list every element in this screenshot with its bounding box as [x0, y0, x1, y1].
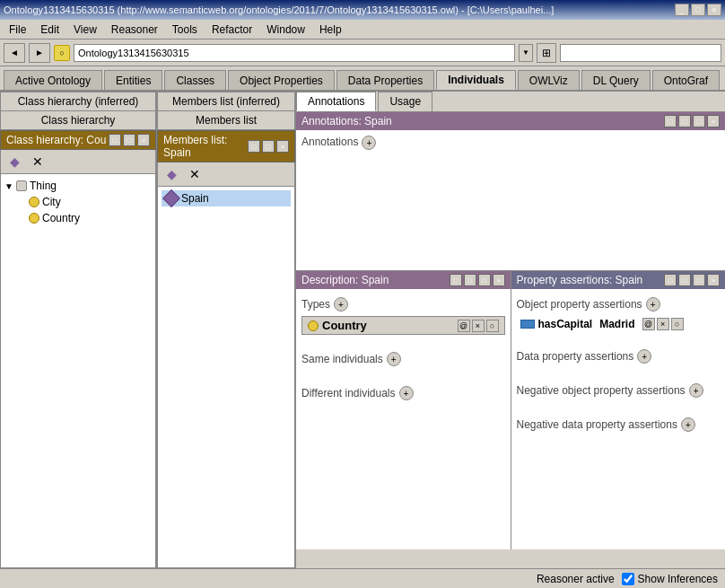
members-icon-close[interactable]: ×: [276, 140, 289, 153]
menu-refactor[interactable]: Refactor: [205, 22, 259, 38]
tab-usage[interactable]: Usage: [378, 92, 432, 111]
member-item-spain[interactable]: Spain: [162, 190, 291, 206]
type-at-icon[interactable]: @: [458, 320, 470, 332]
forward-button[interactable]: ►: [29, 43, 50, 63]
data-property-row: Data property assertions +: [517, 347, 721, 366]
reasoner-active-label: Reasoner active: [537, 573, 615, 585]
prop-icon-1[interactable]: □: [664, 274, 677, 286]
close-button[interactable]: ×: [707, 4, 721, 16]
prop-icon-2[interactable]: □: [678, 274, 691, 286]
address-input[interactable]: [74, 44, 515, 62]
desc-icon-3[interactable]: □: [478, 274, 491, 286]
diamond-icon[interactable]: ◆: [4, 152, 24, 171]
add-same-individual-button[interactable]: +: [387, 352, 401, 366]
members-icon-1[interactable]: □: [248, 140, 260, 153]
tree-children: City Country: [4, 194, 152, 226]
menu-tools[interactable]: Tools: [165, 22, 205, 38]
add-annotation-button[interactable]: +: [362, 136, 376, 150]
neg-data-property-row: Negative data property assertions +: [517, 415, 721, 434]
tab-classes[interactable]: Classes: [164, 70, 226, 90]
add-object-property-button[interactable]: +: [646, 297, 660, 312]
members-icon-2[interactable]: □: [262, 140, 275, 153]
types-row: Types +: [301, 294, 505, 314]
different-individuals-row: Different individuals +: [301, 383, 505, 403]
tab-ontograf[interactable]: OntoGraf: [652, 70, 720, 90]
ann-icon-close[interactable]: ×: [707, 115, 720, 127]
main-content: Class hierarchy (inferred) Class hierarc…: [0, 92, 725, 568]
tab-dl-query[interactable]: DL Query: [581, 70, 651, 90]
prop-name-label: hasCapital: [538, 318, 593, 330]
types-label: Types: [301, 298, 330, 311]
tab-object-properties[interactable]: Object Properties: [228, 70, 335, 90]
tab-owlviz[interactable]: OWLViz: [518, 70, 580, 90]
left-panel: Class hierarchy (inferred) Class hierarc…: [0, 92, 157, 568]
members-diamond-icon[interactable]: ◆: [162, 164, 181, 184]
prop-circle-icon[interactable]: ○: [671, 318, 684, 330]
menu-window[interactable]: Window: [259, 22, 312, 38]
prop-icon-3[interactable]: □: [693, 274, 705, 286]
header-icon-close[interactable]: ×: [137, 134, 150, 146]
titlebar-title: Ontology1313415630315 (http://www.semant…: [4, 4, 554, 15]
back-button[interactable]: ◄: [4, 43, 25, 63]
menu-view[interactable]: View: [66, 22, 104, 38]
tab-data-properties[interactable]: Data Properties: [336, 70, 434, 90]
tree-item-city[interactable]: City: [17, 194, 152, 210]
add-neg-object-property-button[interactable]: +: [689, 383, 703, 398]
members-subheader[interactable]: Members list: [157, 111, 295, 130]
prop-x-icon[interactable]: ×: [657, 318, 669, 330]
add-data-property-button[interactable]: +: [637, 349, 651, 364]
prop-box-icon: [520, 320, 535, 329]
tab-annotations[interactable]: Annotations: [296, 92, 376, 111]
tab-entities[interactable]: Entities: [104, 70, 162, 90]
cross-icon[interactable]: ✕: [28, 152, 48, 171]
class-hierarchy-subheader[interactable]: Class hierarchy: [0, 111, 156, 130]
prop-assertions-header-label: Property assertions: Spain: [517, 274, 643, 286]
tree-item-thing[interactable]: ▼ Thing: [4, 178, 152, 194]
thing-icon: [16, 180, 27, 191]
address-dropdown[interactable]: ▼: [519, 44, 533, 62]
members-cross-icon[interactable]: ✕: [185, 164, 205, 184]
class-hierarchy-inferred-header[interactable]: Class hierarchy (inferred): [0, 92, 156, 111]
prop-at-icon[interactable]: @: [642, 318, 655, 330]
tree-item-country[interactable]: Country: [17, 210, 152, 226]
address-icon: ○: [54, 45, 70, 61]
active-header-label: Class hierarchy: Cou: [6, 134, 106, 146]
country-dot-icon: [29, 213, 39, 224]
tab-individuals[interactable]: Individuals: [436, 70, 516, 90]
menu-file[interactable]: File: [2, 22, 33, 38]
type-x-icon[interactable]: ×: [472, 320, 485, 332]
desc-icon-close[interactable]: ×: [493, 274, 505, 286]
prop-icon-close[interactable]: ×: [707, 274, 720, 286]
class-hierarchy-active-header: Class hierarchy: Cou □ □ ×: [0, 130, 156, 150]
members-inferred-header[interactable]: Members list (inferred): [157, 92, 295, 111]
ann-icon-2[interactable]: □: [678, 115, 691, 127]
tab-active-ontology[interactable]: Active Ontology: [4, 70, 102, 90]
menu-help[interactable]: Help: [312, 22, 349, 38]
toolbar: ◄ ► ○ ▼ ⊞: [0, 39, 725, 66]
desc-icon-2[interactable]: □: [464, 274, 476, 286]
header-icon-1[interactable]: □: [109, 134, 121, 146]
menu-edit[interactable]: Edit: [33, 22, 66, 38]
same-individuals-label: Same individuals: [301, 353, 383, 365]
search-input[interactable]: [560, 44, 721, 62]
minimize-button[interactable]: _: [675, 4, 689, 16]
menu-reasoner[interactable]: Reasoner: [104, 22, 165, 38]
header-icon-2[interactable]: □: [123, 134, 135, 146]
grid-icon[interactable]: ⊞: [537, 43, 556, 63]
show-inferences-checkbox[interactable]: [622, 573, 634, 585]
type-circle-icon[interactable]: ○: [486, 320, 499, 332]
add-neg-data-property-button[interactable]: +: [681, 417, 695, 432]
description-section: Description: Spain □ □ □ × Types +: [296, 271, 511, 549]
add-type-button[interactable]: +: [334, 297, 348, 312]
desc-icon-1[interactable]: □: [450, 274, 462, 286]
maximize-button[interactable]: □: [691, 4, 705, 16]
ann-icon-3[interactable]: □: [693, 115, 705, 127]
country-label: Country: [42, 212, 80, 224]
city-dot-icon: [29, 197, 39, 207]
add-different-individual-button[interactable]: +: [399, 386, 414, 400]
statusbar: Reasoner active Show Inferences: [0, 568, 725, 588]
members-header-icons: □ □ ×: [248, 140, 289, 153]
same-individuals-row: Same individuals +: [301, 349, 505, 369]
annotations-header-icons: □ □ □ ×: [664, 115, 720, 127]
ann-icon-1[interactable]: □: [664, 115, 677, 127]
